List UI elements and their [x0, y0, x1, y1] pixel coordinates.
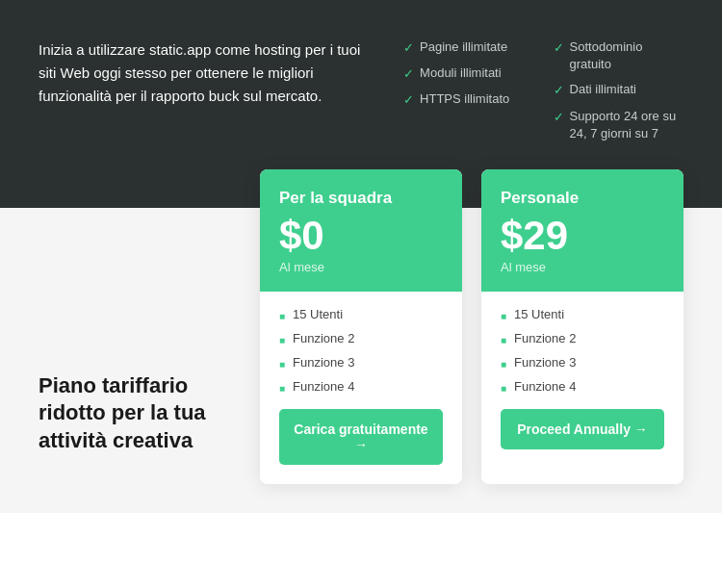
bottom-section: Piano tariffario ridotto per la tua atti… — [0, 208, 722, 513]
check-icon: ✓ — [554, 82, 564, 99]
card-personal: Personale $29 Al mese ■ 15 Utenti ■ Funz… — [481, 169, 683, 484]
card-header: Personale $29 Al mese — [481, 169, 683, 292]
features-columns: ✓Pagine illimitate✓Moduli illimitati✓HTT… — [403, 38, 683, 150]
bullet-icon: ■ — [501, 310, 506, 322]
check-icon: ✓ — [403, 65, 414, 83]
card-title: Personale — [501, 189, 664, 208]
card-feature: ■ Funzione 2 — [279, 331, 443, 347]
feature-label: Funzione 4 — [514, 379, 576, 396]
bullet-icon: ■ — [501, 334, 506, 346]
feature-label: Funzione 4 — [293, 379, 354, 396]
card-feature: ■ Funzione 4 — [279, 379, 443, 396]
feature-col-2: ✓Sottodominio gratuito✓Dati illimitati✓S… — [554, 38, 683, 150]
card-period: Al mese — [501, 260, 664, 274]
feature-item: ✓Sottodominio gratuito — [554, 38, 683, 73]
check-icon: ✓ — [403, 39, 414, 57]
card-body: ■ 15 Utenti ■ Funzione 2 ■ Funzione 3 ■ … — [481, 292, 683, 469]
feature-item: ✓Dati illimitati — [554, 81, 683, 99]
feature-label: Funzione 2 — [514, 331, 576, 347]
card-price: $29 — [501, 216, 664, 256]
bullet-icon: ■ — [501, 358, 506, 371]
card-period: Al mese — [279, 260, 443, 274]
card-feature: ■ 15 Utenti — [501, 307, 664, 323]
feature-item: ✓Pagine illimitate — [403, 38, 533, 57]
card-feature: ■ Funzione 3 — [279, 355, 443, 371]
feature-text: Supporto 24 ore su 24, 7 giorni su 7 — [570, 108, 683, 142]
card-team: Per la squadra $0 Al mese ■ 15 Utenti ■ … — [260, 169, 462, 484]
feature-text: HTTPS illimitato — [420, 90, 509, 108]
feature-text: Pagine illimitate — [420, 38, 507, 56]
card-feature: ■ Funzione 3 — [501, 355, 664, 371]
card-cta-button[interactable]: Carica gratuitamente → — [279, 409, 443, 465]
feature-label: 15 Utenti — [293, 307, 343, 323]
card-body: ■ 15 Utenti ■ Funzione 2 ■ Funzione 3 ■ … — [260, 292, 462, 484]
feature-label: 15 Utenti — [514, 307, 564, 323]
bottom-heading: Piano tariffario ridotto per la tua atti… — [39, 372, 241, 455]
feature-text: Moduli illimitati — [420, 64, 502, 82]
feature-item: ✓Supporto 24 ore su 24, 7 giorni su 7 — [554, 108, 683, 142]
bullet-icon: ■ — [279, 334, 285, 346]
card-header: Per la squadra $0 Al mese — [260, 169, 462, 292]
card-feature: ■ 15 Utenti — [279, 307, 443, 323]
check-icon: ✓ — [554, 109, 564, 126]
bullet-icon: ■ — [279, 310, 285, 322]
feature-text: Dati illimitati — [570, 81, 636, 98]
feature-col-1: ✓Pagine illimitate✓Moduli illimitati✓HTT… — [403, 38, 533, 150]
bullet-icon: ■ — [501, 382, 506, 395]
feature-item: ✓Moduli illimitati — [403, 64, 533, 83]
pricing-cards: Per la squadra $0 Al mese ■ 15 Utenti ■ … — [260, 169, 683, 484]
check-icon: ✓ — [403, 91, 414, 109]
bullet-icon: ■ — [279, 382, 285, 395]
card-title: Per la squadra — [279, 189, 443, 208]
feature-item: ✓HTTPS illimitato — [403, 90, 533, 109]
card-feature: ■ Funzione 2 — [501, 331, 664, 347]
feature-text: Sottodominio gratuito — [570, 38, 683, 73]
feature-label: Funzione 3 — [514, 355, 576, 371]
bottom-left: Piano tariffario ridotto per la tua atti… — [39, 208, 241, 484]
check-icon: ✓ — [554, 39, 564, 57]
card-cta-button[interactable]: Proceed Annually → — [501, 409, 664, 449]
card-feature: ■ Funzione 4 — [501, 379, 664, 396]
bullet-icon: ■ — [279, 358, 285, 371]
card-price: $0 — [279, 216, 443, 256]
feature-label: Funzione 3 — [293, 355, 354, 371]
feature-label: Funzione 2 — [293, 331, 354, 347]
header-description: Inizia a utilizzare static.app come host… — [39, 38, 374, 108]
